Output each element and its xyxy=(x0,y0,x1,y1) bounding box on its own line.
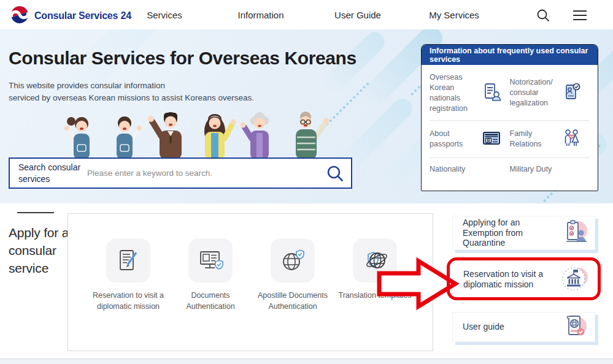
quick-link-exemption-quarantine[interactable]: Applying for an Exemption from Quarantin… xyxy=(452,216,595,250)
document-person-icon xyxy=(480,81,503,105)
frequent-panel-header: Information about frequently used consul… xyxy=(422,45,598,65)
link-military-duty[interactable]: Military Duty xyxy=(510,164,590,175)
passport-icon xyxy=(480,127,503,151)
nav-my-services[interactable]: My Services xyxy=(423,0,485,29)
clipboard-person-icon xyxy=(560,217,590,249)
globe-orbit-shield-icon xyxy=(353,238,397,282)
tile-apostille-documents-authentication[interactable]: Apostille Documents Authentication xyxy=(250,238,336,312)
family-illustration xyxy=(48,108,349,162)
monitor-shield-icon xyxy=(188,238,233,282)
site-logo[interactable]: Consular Services 24 xyxy=(10,5,131,27)
search-submit-button[interactable] xyxy=(319,159,351,188)
quick-link-reservation-diplomatic-mission[interactable]: Reservation to visit a diplomatic missio… xyxy=(453,264,594,294)
search-input[interactable] xyxy=(87,169,319,178)
hero-subtitle-line1: This website provides consular informati… xyxy=(9,80,254,92)
family-heart-icon xyxy=(560,127,582,151)
search-icon[interactable] xyxy=(535,7,551,23)
site-title: Consular Services 24 xyxy=(34,10,131,21)
consular-search-box: Search consular services xyxy=(9,157,352,189)
tile-translation-templates[interactable]: Translation templates xyxy=(332,238,418,301)
hero-subtitle: This website provides consular informati… xyxy=(9,80,254,105)
nav-information[interactable]: Information xyxy=(230,0,291,29)
tile-documents-authentication[interactable]: Documents Authentication xyxy=(168,238,253,312)
link-nationality[interactable]: Nationality xyxy=(430,164,510,175)
link-family-relations[interactable]: Family Relations xyxy=(510,127,590,151)
tile-reservation-diplomatic-mission[interactable]: Reservation to visit a diplomatic missio… xyxy=(85,238,171,312)
korea-government-emblem-icon xyxy=(10,5,29,27)
guide-document-icon xyxy=(560,311,590,343)
frequent-panel-row: Nationality Military Duty xyxy=(430,158,590,181)
building-gauge-icon xyxy=(560,264,589,295)
footer-strip xyxy=(0,358,613,364)
frequent-panel-body: Overseas Korean nationals registration xyxy=(422,65,598,180)
apply-section-title: Apply for a consular service xyxy=(9,224,70,278)
id-card-check-icon xyxy=(560,81,582,105)
frequent-panel-row: About passports xyxy=(430,121,590,157)
document-pencil-icon xyxy=(106,238,150,282)
link-notorization-consular-legalization[interactable]: Notorization/ consular legalization xyxy=(510,72,590,114)
frequently-used-services-panel: Information about frequently used consul… xyxy=(421,44,598,191)
link-about-passports[interactable]: About passports xyxy=(430,127,510,151)
nav-user-guide[interactable]: User Guide xyxy=(327,0,388,29)
hero-title: Consular Services for Overseas Koreans xyxy=(9,48,357,69)
section-accent-line xyxy=(17,212,54,213)
hero-subtitle-line2: serviced by overseas Korean missions to … xyxy=(9,92,254,104)
search-box-label: Search consular services xyxy=(10,162,87,184)
consular-services-homepage: Consular Services 24 Services Informatio… xyxy=(0,0,613,364)
nav-services[interactable]: Services xyxy=(140,0,189,29)
apply-services-card: Reservation to visit a diplomatic missio… xyxy=(67,213,433,351)
link-overseas-korean-nationals-registration[interactable]: Overseas Korean nationals registration xyxy=(430,72,510,114)
hamburger-menu-icon[interactable] xyxy=(572,7,588,23)
globe-shield-icon xyxy=(271,238,315,282)
frequent-panel-row: Overseas Korean nationals registration xyxy=(430,66,590,120)
top-navigation-bar: Consular Services 24 Services Informatio… xyxy=(0,0,613,29)
hero-banner: Consular Services for Overseas Koreans T… xyxy=(0,29,613,203)
quick-link-user-guide[interactable]: User guide xyxy=(452,312,595,342)
search-magnifier-icon xyxy=(326,165,344,182)
